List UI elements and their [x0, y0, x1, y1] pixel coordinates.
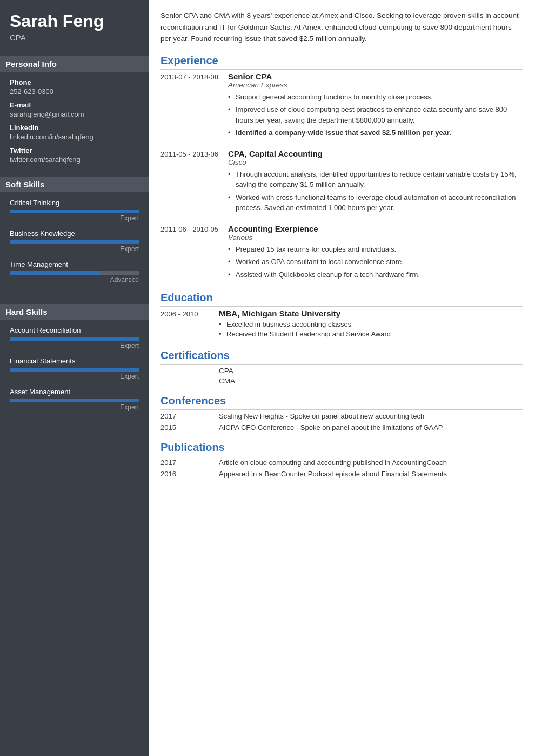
phone-label: Phone [10, 78, 139, 86]
skill-bar-bg [10, 337, 139, 341]
skill-bar-fill [10, 240, 139, 244]
exp-details: CPA, Capital Accounting Cisco Through ac… [228, 149, 523, 215]
edu-bullets: Excelled in business accounting classesR… [219, 320, 523, 338]
skill-level: Expert [10, 373, 139, 380]
publication-entry: 2016 Appeared in a BeanCounter Podcast e… [160, 470, 523, 478]
skill-bar-fill [10, 210, 139, 213]
skill-level: Advanced [10, 276, 139, 284]
skill-level: Expert [10, 342, 139, 349]
education-heading: Education [160, 292, 523, 307]
soft-skill-item: Critical Thinking Expert [10, 199, 139, 222]
experience-entry: 2011-06 - 2010-05 Accounting Exerpience … [160, 224, 523, 282]
experience-list: 2013-07 - 2018-08 Senior CPA American Ex… [160, 72, 523, 282]
soft-skills-section: Soft Skills Critical Thinking Expert Bus… [0, 171, 149, 299]
summary-text: Senior CPA and CMA with 8 years' experie… [160, 10, 523, 45]
phone-value: 252-623-0300 [10, 87, 139, 96]
sidebar: Sarah Feng CPA Personal Info Phone 252-6… [0, 0, 149, 756]
exp-date: 2011-05 - 2013-06 [160, 149, 218, 215]
candidate-title: CPA [10, 33, 139, 42]
main-content: Senior CPA and CMA with 8 years' experie… [149, 0, 535, 756]
skill-bar-fill [10, 368, 139, 372]
skill-name: Asset Management [10, 388, 139, 396]
skill-bar-fill [10, 271, 100, 275]
skill-bar-bg [10, 399, 139, 402]
exp-job-title: Accounting Exerpience [228, 224, 523, 233]
hard-skills-section: Hard Skills Account Reconciliation Exper… [0, 299, 149, 426]
exp-bullets: Support general accounting functions to … [228, 92, 523, 138]
hard-skills-heading: Hard Skills [0, 304, 149, 320]
certifications-list: CPA CMA [160, 367, 523, 385]
bullet-item: Assisted with Quickbooks cleanup for a t… [228, 269, 523, 280]
bullet-item: Worked with cross-functional teams to le… [228, 192, 523, 213]
pub-desc: Appeared in a BeanCounter Podcast episod… [219, 470, 523, 478]
skill-bar-fill [10, 399, 139, 402]
skill-bar-fill [10, 337, 139, 341]
experience-heading: Experience [160, 55, 523, 70]
certifications-heading: Certifications [160, 349, 523, 364]
cert-name: CPA [219, 367, 233, 375]
conferences-heading: Conferences [160, 395, 523, 410]
publications-list: 2017 Article on cloud computing and acco… [160, 458, 523, 478]
hard-skill-item: Account Reconciliation Expert [10, 326, 139, 349]
skill-bar-bg [10, 240, 139, 244]
bullet-item: Support general accounting functions to … [228, 92, 523, 103]
bullet-item: Improved use of cloud computing best pra… [228, 104, 523, 125]
skill-name: Critical Thinking [10, 199, 139, 207]
conf-year: 2017 [160, 412, 209, 420]
pub-desc: Article on cloud computing and accountin… [219, 458, 523, 467]
sidebar-header: Sarah Feng CPA [0, 0, 149, 51]
exp-bullets: Through account analysis, identified opp… [228, 169, 523, 213]
soft-skills-heading: Soft Skills [0, 177, 149, 192]
exp-job-title: CPA, Capital Accounting [228, 149, 523, 158]
education-list: 2006 - 2010 MBA, Michigan State Universi… [160, 309, 523, 340]
linkedin-value: linkedin.com/in/sarahqfeng [10, 133, 139, 141]
twitter-label: Twitter [10, 146, 139, 154]
exp-date: 2011-06 - 2010-05 [160, 224, 218, 282]
skill-bar-bg [10, 210, 139, 213]
education-section: Education 2006 - 2010 MBA, Michigan Stat… [160, 292, 523, 340]
skill-level: Expert [10, 403, 139, 411]
hard-skill-item: Financial Statements Expert [10, 357, 139, 380]
exp-company: Various [228, 233, 523, 241]
conf-desc: AICPA CFO Conference - Spoke on panel ab… [219, 423, 523, 431]
soft-skill-item: Time Management Advanced [10, 260, 139, 284]
certifications-section: Certifications CPA CMA [160, 349, 523, 385]
edu-bullet: Excelled in business accounting classes [219, 320, 523, 328]
pub-year: 2017 [160, 458, 209, 467]
publications-heading: Publications [160, 441, 523, 456]
exp-date: 2013-07 - 2018-08 [160, 72, 218, 140]
experience-entry: 2011-05 - 2013-06 CPA, Capital Accountin… [160, 149, 523, 215]
skill-bar-bg [10, 271, 139, 275]
soft-skills-list: Critical Thinking Expert Business Knowle… [10, 199, 139, 284]
hard-skills-list: Account Reconciliation Expert Financial … [10, 326, 139, 411]
twitter-value: twitter.com/sarahqfeng [10, 156, 139, 164]
publication-entry: 2017 Article on cloud computing and acco… [160, 458, 523, 467]
bullet-item: Prepared 15 tax returns for couples and … [228, 244, 523, 255]
bullet-item: Through account analysis, identified opp… [228, 169, 523, 190]
exp-job-title: Senior CPA [228, 72, 523, 81]
conferences-section: Conferences 2017 Scaling New Heights - S… [160, 395, 523, 431]
conference-entry: 2017 Scaling New Heights - Spoke on pane… [160, 412, 523, 420]
skill-name: Business Knowledge [10, 230, 139, 238]
exp-company: Cisco [228, 158, 523, 166]
education-entry: 2006 - 2010 MBA, Michigan State Universi… [160, 309, 523, 340]
skill-level: Expert [10, 214, 139, 222]
personal-info-heading: Personal Info [0, 56, 149, 72]
certification-entry: CPA [160, 367, 523, 375]
exp-details: Senior CPA American Express Support gene… [228, 72, 523, 140]
conference-entry: 2015 AICPA CFO Conference - Spoke on pan… [160, 423, 523, 431]
cert-name: CMA [219, 377, 235, 385]
skill-bar-bg [10, 368, 139, 372]
edu-details: MBA, Michigan State University Excelled … [219, 309, 523, 340]
candidate-name: Sarah Feng [10, 12, 139, 31]
conf-desc: Scaling New Heights - Spoke on panel abo… [219, 412, 523, 420]
pub-year: 2016 [160, 470, 209, 478]
skill-name: Financial Statements [10, 357, 139, 365]
hard-skill-item: Asset Management Expert [10, 388, 139, 411]
conf-year: 2015 [160, 423, 209, 431]
email-value: sarahqfeng@gmail.com [10, 110, 139, 118]
personal-info-section: Personal Info Phone 252-623-0300 E-mail … [0, 51, 149, 171]
skill-level: Expert [10, 245, 139, 253]
edu-date: 2006 - 2010 [160, 309, 209, 340]
skill-name: Account Reconciliation [10, 326, 139, 334]
